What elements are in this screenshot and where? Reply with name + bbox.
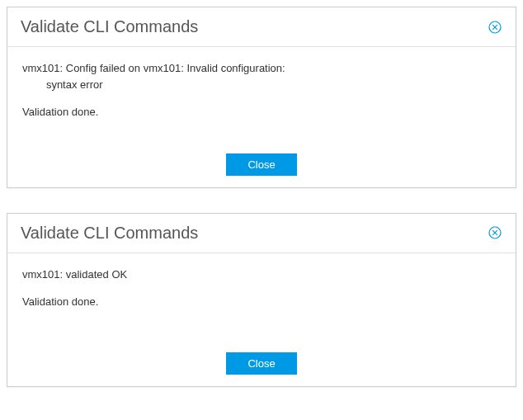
dialog-header: Validate CLI Commands (7, 7, 516, 47)
close-button[interactable]: Close (226, 352, 296, 375)
dialog-footer: Close (7, 145, 516, 187)
dialog-body: vmx101: validated OK Validation done. (7, 253, 516, 344)
validate-cli-dialog: Validate CLI Commands vmx101: validated … (7, 213, 516, 387)
close-button[interactable]: Close (226, 153, 296, 176)
dialog-title: Validate CLI Commands (21, 224, 198, 243)
close-icon[interactable] (488, 20, 502, 35)
dialog-title: Validate CLI Commands (21, 17, 198, 36)
dialog-body: vmx101: Config failed on vmx101: Invalid… (7, 47, 516, 145)
dialog-footer: Close (7, 344, 516, 386)
validation-status: Validation done. (22, 294, 501, 310)
validate-cli-dialog: Validate CLI Commands vmx101: Config fai… (7, 7, 516, 188)
dialog-header: Validate CLI Commands (7, 214, 516, 253)
close-icon[interactable] (488, 225, 502, 240)
validation-message: vmx101: validated OK (22, 267, 501, 283)
validation-status: Validation done. (22, 104, 501, 120)
validation-message: vmx101: Config failed on vmx101: Invalid… (22, 60, 501, 92)
